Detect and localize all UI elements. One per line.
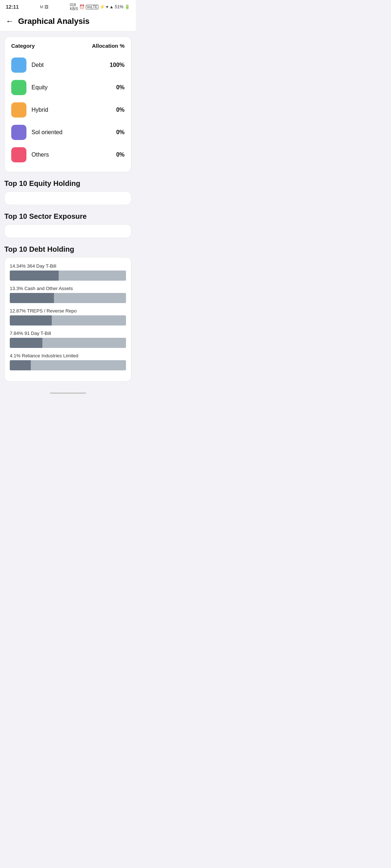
debt-bar-fill-1	[10, 293, 54, 303]
category-name-4: Others	[31, 152, 49, 158]
top-sector-card	[4, 224, 131, 238]
debt-bar-item: 12.87% TREPS / Reverse Repo	[10, 308, 126, 326]
top-debt-title: Top 10 Debt Holding	[4, 245, 131, 254]
debt-bar-fill-3	[10, 338, 42, 348]
wifi-icon: ▾	[106, 4, 108, 9]
category-name-2: Hybrid	[31, 107, 48, 113]
network-speed-icon: 018KB/S	[70, 3, 78, 11]
status-right: 018KB/S ⏰ VoLTE ⚡ ▾ ▲ 51% 🔋	[70, 3, 130, 11]
page-header: ← Graphical Analysis	[0, 12, 136, 31]
bluetooth-icon: ⚡	[100, 4, 105, 9]
category-left-2: Hybrid	[11, 102, 48, 118]
debt-bar-fill-2	[10, 315, 52, 326]
category-left-4: Others	[11, 147, 49, 162]
status-time: 12:11	[6, 4, 19, 10]
debt-bar-label-2: 12.87% TREPS / Reverse Repo	[10, 308, 126, 314]
debt-bar-fill-0	[10, 271, 59, 281]
debt-bar-track-0	[10, 271, 126, 281]
top-debt-card: 14.34% 364 Day T-Bill 13.3% Cash and Oth…	[4, 257, 131, 382]
category-row: Sol oriented 0%	[11, 121, 125, 144]
debt-bar-label-1: 13.3% Cash and Other Assets	[10, 286, 126, 291]
color-swatch-0	[11, 58, 26, 73]
debt-bar-track-3	[10, 338, 126, 348]
status-icons: M 🖼	[40, 5, 49, 9]
debt-bar-label-4: 4.1% Reliance Industries Limited	[10, 353, 126, 358]
allocation-value-3: 0%	[116, 129, 125, 136]
debt-bar-track-4	[10, 360, 126, 370]
debt-bar-track-1	[10, 293, 126, 303]
top-equity-card	[4, 191, 131, 205]
debt-bar-item: 14.34% 364 Day T-Bill	[10, 263, 126, 281]
allocation-value-1: 0%	[116, 84, 125, 91]
category-row: Others 0%	[11, 144, 125, 166]
allocation-value-0: 100%	[110, 62, 125, 68]
category-name-1: Equity	[31, 84, 47, 91]
debt-bar-track-2	[10, 315, 126, 326]
category-table-header: Category Allocation %	[11, 43, 125, 49]
main-content: Category Allocation % Debt 100% Equity 0…	[0, 31, 136, 401]
category-allocation-card: Category Allocation % Debt 100% Equity 0…	[4, 37, 131, 172]
debt-bar-list: 14.34% 364 Day T-Bill 13.3% Cash and Oth…	[10, 263, 126, 370]
color-swatch-3	[11, 125, 26, 140]
signal-icon: ▲	[109, 4, 114, 9]
category-row: Hybrid 0%	[11, 99, 125, 121]
color-swatch-4	[11, 147, 26, 162]
allocation-value-4: 0%	[116, 152, 125, 158]
battery-percent: 51%	[115, 4, 123, 9]
category-name-3: Sol oriented	[31, 129, 62, 136]
debt-bar-label-0: 14.34% 364 Day T-Bill	[10, 263, 126, 269]
page-title: Graphical Analysis	[18, 17, 89, 26]
gallery-icon: 🖼	[45, 5, 49, 9]
debt-bar-item: 4.1% Reliance Industries Limited	[10, 353, 126, 370]
category-left-0: Debt	[11, 58, 44, 73]
status-bar: 12:11 M 🖼 018KB/S ⏰ VoLTE ⚡ ▾ ▲ 51% 🔋	[0, 0, 136, 12]
allocation-column-label: Allocation %	[92, 43, 125, 49]
debt-bar-fill-4	[10, 360, 31, 370]
battery-icon: 🔋	[125, 4, 130, 9]
debt-bar-label-3: 7.84% 91 Day T-Bill	[10, 331, 126, 336]
debt-bar-item: 7.84% 91 Day T-Bill	[10, 331, 126, 348]
color-swatch-2	[11, 102, 26, 118]
scroll-pill	[50, 392, 86, 394]
back-button[interactable]: ←	[6, 17, 14, 26]
category-column-label: Category	[11, 43, 35, 49]
alarm-icon: ⏰	[79, 4, 85, 9]
category-rows: Debt 100% Equity 0% Hybrid 0% Sol orient…	[11, 54, 125, 166]
allocation-value-2: 0%	[116, 107, 125, 113]
volte-icon: VoLTE	[86, 5, 98, 9]
category-name-0: Debt	[31, 62, 44, 68]
top-equity-title: Top 10 Equity Holding	[4, 179, 131, 188]
debt-bar-item: 13.3% Cash and Other Assets	[10, 286, 126, 303]
category-row: Debt 100%	[11, 54, 125, 76]
top-sector-title: Top 10 Sector Exposure	[4, 212, 131, 221]
gmail-icon: M	[40, 5, 43, 9]
category-row: Equity 0%	[11, 76, 125, 99]
category-left-1: Equity	[11, 80, 47, 95]
color-swatch-1	[11, 80, 26, 95]
category-left-3: Sol oriented	[11, 125, 62, 140]
scroll-indicator	[4, 389, 131, 396]
